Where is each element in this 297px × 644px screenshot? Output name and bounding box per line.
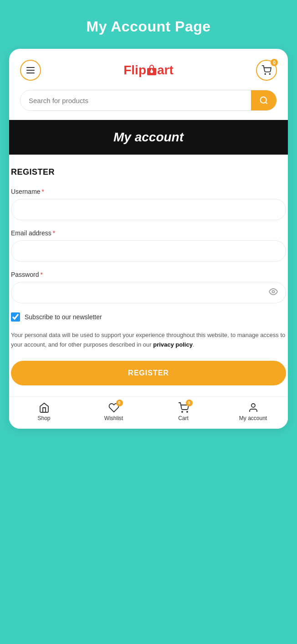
main-card: Flip art 0 — [9, 49, 288, 429]
shop-icon — [39, 402, 50, 413]
nav-cart-label: Cart — [178, 415, 189, 421]
password-label: Password* — [11, 271, 286, 278]
password-wrapper — [11, 282, 286, 303]
search-button[interactable] — [251, 90, 277, 110]
register-button[interactable]: REGISTER — [11, 361, 286, 385]
privacy-text: Your personal data will be used to suppo… — [11, 331, 286, 350]
account-icon — [248, 402, 259, 413]
svg-point-1 — [150, 70, 153, 73]
username-field-group: Username* — [11, 188, 286, 220]
svg-rect-2 — [151, 69, 152, 70]
logo-bag-icon — [147, 64, 157, 76]
account-icon-wrap — [248, 402, 259, 413]
svg-point-4 — [269, 73, 270, 74]
shop-icon-wrap — [39, 402, 50, 413]
svg-point-10 — [251, 404, 255, 407]
logo-flip-text: Flip — [123, 63, 146, 78]
register-section: REGISTER Username* Email address* Passwo… — [9, 167, 288, 396]
svg-line-6 — [266, 102, 267, 104]
username-label: Username* — [11, 188, 286, 195]
svg-point-5 — [261, 97, 266, 103]
nav-shop-label: Shop — [37, 415, 50, 421]
cart-icon-wrap: 0 — [178, 402, 189, 413]
cart-button[interactable]: 0 — [256, 60, 277, 81]
search-icon — [259, 96, 268, 105]
nav-account-label: My account — [239, 415, 267, 421]
svg-point-8 — [182, 411, 183, 412]
svg-point-7 — [272, 291, 275, 293]
nav-wishlist[interactable]: 0 Wishlist — [79, 402, 148, 421]
required-star: * — [42, 188, 44, 195]
svg-point-3 — [265, 73, 266, 74]
username-input[interactable] — [11, 199, 286, 220]
nav-cart[interactable]: 0 Cart — [148, 402, 218, 421]
logo: Flip art — [123, 63, 174, 78]
svg-point-9 — [187, 411, 188, 412]
toggle-password-icon[interactable] — [269, 287, 278, 298]
required-star-password: * — [40, 271, 42, 278]
cart-nav-badge: 0 — [186, 400, 193, 406]
search-input[interactable] — [20, 91, 251, 110]
required-star-email: * — [53, 229, 55, 237]
account-banner: My account — [9, 120, 288, 155]
email-label: Email address* — [11, 229, 286, 237]
cart-header-icon — [261, 65, 271, 75]
nav-shop[interactable]: Shop — [9, 402, 79, 421]
nav-wishlist-label: Wishlist — [104, 415, 123, 421]
hamburger-icon — [26, 67, 35, 73]
logo-mart-text: art — [157, 63, 174, 78]
newsletter-row: Subscribe to our newsletter — [11, 312, 286, 322]
password-field-group: Password* — [11, 271, 286, 303]
wishlist-icon-wrap: 0 — [108, 402, 119, 413]
newsletter-checkbox[interactable] — [11, 312, 20, 322]
wishlist-badge: 0 — [116, 400, 123, 406]
password-input[interactable] — [11, 282, 286, 303]
newsletter-label[interactable]: Subscribe to our newsletter — [25, 313, 102, 321]
menu-button[interactable] — [20, 60, 41, 81]
bottom-nav: Shop 0 Wishlist 0 Cart — [9, 396, 288, 429]
register-title: REGISTER — [11, 167, 286, 177]
header: Flip art 0 — [20, 60, 277, 81]
nav-account[interactable]: My account — [218, 402, 288, 421]
cart-badge: 0 — [271, 59, 278, 66]
page-title: My Account Page — [86, 18, 210, 35]
privacy-policy-link[interactable]: privacy policy — [153, 341, 193, 348]
email-input[interactable] — [11, 240, 286, 262]
search-bar — [20, 90, 277, 111]
email-field-group: Email address* — [11, 229, 286, 262]
